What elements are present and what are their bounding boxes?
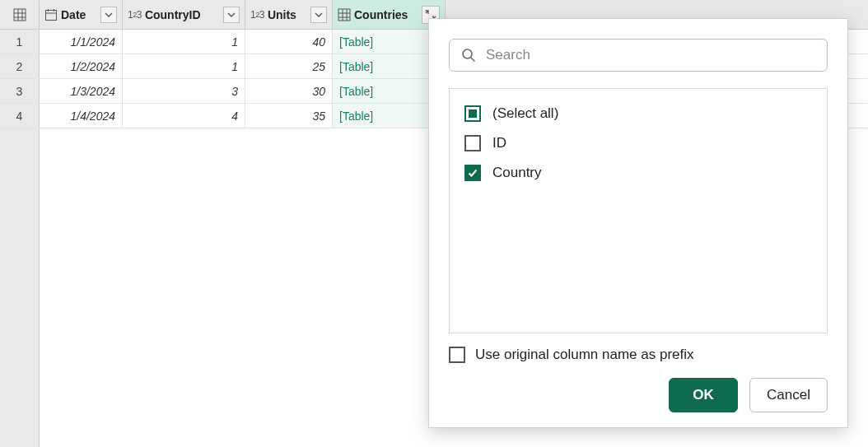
expand-columns-popup: (Select all) ID Country Use original col… [428,18,848,428]
option-country[interactable]: Country [461,158,815,188]
search-icon [461,48,476,63]
ok-button[interactable]: OK [669,378,738,412]
cell-countryid[interactable]: 3 [123,79,245,103]
table-type-icon [338,8,351,21]
column-options-list: (Select all) ID Country [449,88,828,333]
cell-units[interactable]: 30 [245,79,333,103]
cell-units[interactable]: 25 [245,54,333,78]
cell-countryid[interactable]: 1 [123,30,245,54]
row-number[interactable]: 1 [0,30,40,54]
column-header-units[interactable]: 123 Units [245,0,333,29]
prefix-label: Use original column name as prefix [475,347,694,363]
svg-line-15 [471,58,475,62]
option-label: ID [492,135,506,151]
checkbox-unchecked[interactable] [449,347,465,363]
column-filter-dropdown[interactable] [310,7,327,23]
chevron-down-icon [105,11,113,19]
row-number[interactable]: 3 [0,79,40,103]
prefix-option[interactable]: Use original column name as prefix [449,347,828,363]
column-header-date[interactable]: Date [40,0,123,29]
cell-date[interactable]: 1/1/2024 [40,30,123,54]
cell-date[interactable]: 1/3/2024 [40,79,123,103]
cell-date[interactable]: 1/2/2024 [40,54,123,78]
table-icon [13,8,26,21]
svg-rect-9 [338,9,350,21]
row-number[interactable]: 2 [0,54,40,78]
column-header-countryid[interactable]: 123 CountryID [123,0,245,29]
cell-date[interactable]: 1/4/2024 [40,104,123,128]
chevron-down-icon [315,11,323,19]
chevron-down-icon [227,11,236,19]
dialog-buttons: OK Cancel [449,378,828,412]
number-type-icon: 123 [250,9,264,21]
column-filter-dropdown[interactable] [100,7,117,23]
cancel-button[interactable]: Cancel [749,378,828,412]
search-box[interactable] [449,39,828,72]
date-type-icon [44,8,58,21]
svg-rect-5 [46,10,57,20]
column-label: Units [268,8,307,21]
row-header-gutter [0,128,40,447]
number-type-icon: 123 [128,9,142,21]
checkbox-checked[interactable] [464,165,481,181]
option-label: Country [492,165,542,181]
cell-units[interactable]: 35 [245,104,333,128]
svg-point-14 [463,49,472,58]
option-id[interactable]: ID [461,128,815,158]
row-number[interactable]: 4 [0,104,40,128]
checkbox-unchecked[interactable] [464,135,481,151]
column-label: Date [61,8,97,21]
check-icon [467,167,478,179]
column-label: Countries [354,8,418,21]
cell-countryid[interactable]: 4 [123,104,245,128]
column-filter-dropdown[interactable] [223,7,240,23]
cell-units[interactable]: 40 [245,30,333,54]
search-input[interactable] [484,46,815,64]
column-label: CountryID [145,8,220,21]
svg-rect-0 [14,9,26,21]
option-select-all[interactable]: (Select all) [461,99,815,128]
cell-countryid[interactable]: 1 [123,54,245,78]
option-label: (Select all) [492,105,558,122]
select-all-corner[interactable] [0,0,40,29]
checkbox-indeterminate[interactable] [464,105,481,122]
